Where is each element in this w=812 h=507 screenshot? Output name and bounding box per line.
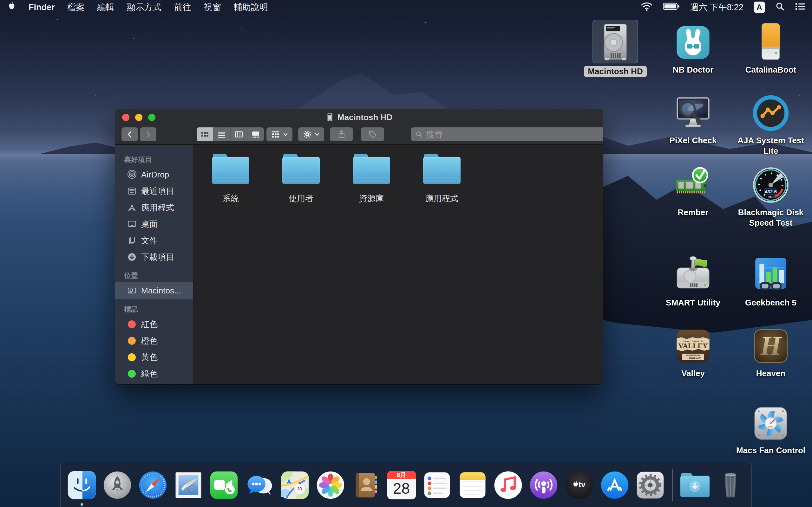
desktop-icon-valley[interactable]: benchmark VALLEY POWERED BY ::UNIGINE Va…: [656, 323, 730, 379]
tag-button[interactable]: [361, 127, 384, 141]
action-gear-button[interactable]: [298, 127, 324, 141]
dock-notes[interactable]: [456, 469, 489, 501]
sidebar-tag-green[interactable]: 綠色: [115, 365, 193, 382]
battery-icon[interactable]: [663, 2, 680, 13]
menu-app-name[interactable]: Finder: [29, 3, 55, 12]
desktop-icon-geekbench-5[interactable]: Geekbench 5: [733, 252, 808, 308]
dock-safari[interactable]: [137, 469, 169, 501]
dock-contacts[interactable]: [350, 469, 382, 501]
sidebar-tag-yellow[interactable]: 黃色: [115, 349, 193, 365]
toolbar-search-field[interactable]: [411, 127, 603, 141]
dock-trash[interactable]: [714, 469, 746, 501]
input-source-icon[interactable]: A: [754, 2, 765, 13]
menu-go[interactable]: 前往: [174, 2, 191, 13]
folder-system[interactable]: 系統: [211, 154, 250, 204]
svg-text:432.5: 432.5: [765, 189, 777, 194]
menu-view[interactable]: 顯示方式: [127, 2, 161, 13]
wifi-icon[interactable]: [641, 2, 653, 13]
desktop-icon-pixel-check[interactable]: PiXel Check: [656, 90, 730, 146]
dock-downloads-folder[interactable]: [679, 469, 711, 501]
desktop-icon-smart-utility[interactable]: SMART Utility: [656, 252, 730, 308]
menu-window[interactable]: 視窗: [204, 2, 221, 13]
dock-system-preferences[interactable]: [634, 469, 666, 501]
dock-launchpad[interactable]: [101, 469, 133, 501]
desktop-icon-heaven[interactable]: H Heaven: [733, 323, 808, 379]
desktop-icon-label: Macintosh HD: [584, 66, 647, 77]
share-button[interactable]: [330, 127, 353, 141]
sidebar-item-downloads[interactable]: 下載項目: [115, 249, 193, 265]
sidebar-item-airdrop[interactable]: AirDrop: [115, 166, 193, 183]
dock-photos[interactable]: [314, 469, 346, 501]
orange-tag-dot: [128, 337, 136, 345]
folder-icon: [282, 154, 320, 184]
sidebar-item-desktop[interactable]: 桌面: [115, 216, 193, 232]
external-drive-icon: [749, 20, 793, 62]
dock-calendar[interactable]: 8月 28: [386, 469, 417, 501]
calendar-month: 8月: [387, 471, 416, 479]
folder-applications[interactable]: 應用程式: [422, 154, 461, 204]
desktop-icon-label: AJA System Test Lite: [733, 135, 808, 156]
spotlight-search-icon[interactable]: [775, 2, 785, 13]
svg-text:H: H: [760, 331, 782, 360]
sidebar-tag-blue[interactable]: 藍色: [115, 382, 193, 384]
minimize-button[interactable]: [135, 114, 142, 121]
desktop-icon-blackmagic-disk-speed-test[interactable]: 432.5 MB/s Blackmagic Disk Speed Test: [733, 162, 808, 228]
desktop-icon-label: PiXel Check: [670, 135, 717, 146]
blackmagic-speed-test-app-icon: 432.5 MB/s: [749, 162, 793, 205]
dock-music[interactable]: [492, 469, 524, 501]
finder-window: Macintosh HD: [115, 109, 603, 384]
dock-reminders[interactable]: [421, 469, 453, 501]
search-input[interactable]: [425, 129, 601, 140]
desktop-icon-nb-doctor[interactable]: NB Doctor: [656, 20, 730, 75]
hard-drive-icon: [127, 286, 137, 295]
svg-text:VALLEY: VALLEY: [678, 342, 708, 350]
menu-edit[interactable]: 編輯: [97, 2, 114, 13]
sidebar-tag-orange[interactable]: 橙色: [115, 332, 193, 349]
desktop-icon-catalinaboot[interactable]: CatalinaBoot: [733, 20, 808, 75]
close-button[interactable]: [122, 114, 130, 121]
apple-menu-icon[interactable]: [8, 2, 16, 13]
group-by-button[interactable]: [266, 127, 293, 141]
sidebar-item-recents[interactable]: 最近項目: [115, 183, 193, 199]
sidebar-item-documents[interactable]: 文件: [115, 232, 193, 249]
menu-file[interactable]: 檔案: [67, 2, 85, 13]
desktop-icon-aja-system-test[interactable]: AJA System Test Lite: [733, 90, 808, 156]
desktop-icon-label: Rember: [678, 207, 709, 218]
desktop-icon-macintosh-hd[interactable]: Macintosh HD: [578, 20, 653, 77]
notification-center-icon[interactable]: [795, 2, 806, 13]
dock-finder[interactable]: [66, 469, 98, 501]
dock-separator: [672, 469, 673, 501]
folder-users[interactable]: 使用者: [282, 154, 320, 204]
dock-maps[interactable]: 3D: [279, 469, 311, 501]
dock-mail[interactable]: [172, 469, 204, 501]
dock-messages[interactable]: [243, 469, 275, 501]
back-button[interactable]: [121, 127, 138, 141]
menu-clock[interactable]: 週六 下午8:22: [690, 2, 744, 13]
sidebar-item-applications[interactable]: 應用程式: [115, 199, 193, 216]
desktop-icon-label: Heaven: [756, 368, 786, 379]
window-titlebar[interactable]: Macintosh HD: [115, 109, 603, 125]
icon-view-button[interactable]: [197, 127, 213, 141]
sidebar-item-macintosh-hd[interactable]: Macintos...: [115, 282, 193, 299]
dock-podcasts[interactable]: [527, 469, 560, 501]
calendar-day: 28: [387, 479, 416, 498]
desktop-icon-rember[interactable]: Rember: [656, 162, 730, 218]
folder-library[interactable]: 資源庫: [352, 154, 391, 204]
sidebar-tag-red[interactable]: 紅色: [115, 316, 193, 332]
dock-facetime[interactable]: [208, 469, 240, 501]
dock-tv[interactable]: tv: [563, 469, 595, 501]
dock-app-store[interactable]: [599, 469, 630, 501]
dock: 3D 8月 28: [60, 463, 752, 507]
svg-text:MB/s: MB/s: [768, 195, 774, 199]
desktop-icon-label: Valley: [681, 368, 705, 379]
desktop-icon-macs-fan-control[interactable]: RPM Macs Fan Control: [733, 400, 808, 456]
geekbench-app-icon: [749, 252, 793, 295]
menu-help[interactable]: 輔助說明: [234, 2, 268, 13]
gallery-view-button[interactable]: [247, 127, 264, 141]
list-view-button[interactable]: [213, 127, 230, 141]
view-mode-segmented-control: [197, 127, 264, 141]
forward-button[interactable]: [140, 127, 156, 141]
folder-icon: [212, 154, 249, 184]
zoom-button[interactable]: [148, 114, 155, 121]
column-view-button[interactable]: [231, 127, 247, 141]
